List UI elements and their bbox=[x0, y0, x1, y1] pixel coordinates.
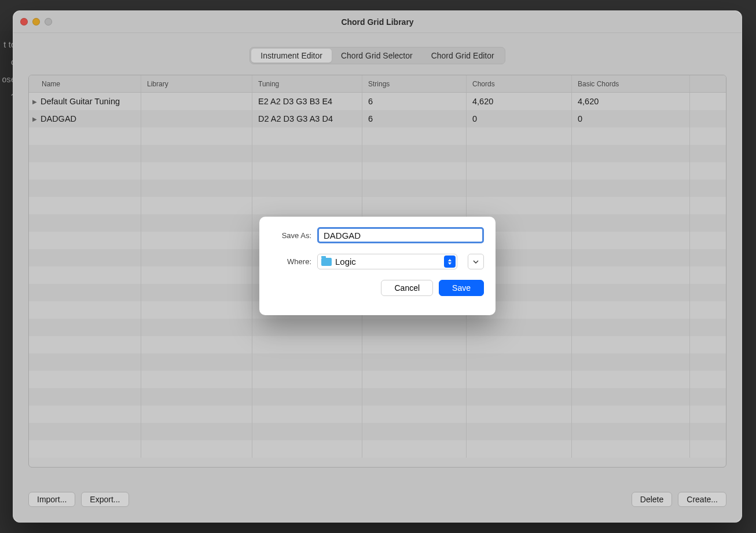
col-tuning[interactable]: Tuning bbox=[252, 75, 362, 92]
table-row bbox=[29, 145, 726, 162]
table-row bbox=[29, 423, 726, 440]
tab-instrument-editor[interactable]: Instrument Editor bbox=[251, 49, 332, 63]
save-as-input[interactable] bbox=[317, 227, 484, 243]
table-row bbox=[29, 319, 726, 336]
tab-chord-grid-selector[interactable]: Chord Grid Selector bbox=[332, 49, 422, 63]
table-row bbox=[29, 388, 726, 406]
table-row bbox=[29, 371, 726, 388]
col-spacer bbox=[690, 75, 726, 92]
where-select[interactable]: Logic bbox=[317, 254, 457, 269]
cancel-button[interactable]: Cancel bbox=[381, 280, 433, 296]
window-title: Chord Grid Library bbox=[341, 17, 413, 27]
cell-library bbox=[141, 93, 252, 110]
tab-chord-grid-editor[interactable]: Chord Grid Editor bbox=[422, 49, 504, 63]
cell-chords: 0 bbox=[467, 110, 572, 127]
where-label: Where: bbox=[271, 257, 311, 266]
table-row[interactable]: ▶Default Guitar Tuning E2 A2 D3 G3 B3 E4… bbox=[29, 93, 726, 110]
cell-library bbox=[141, 110, 252, 127]
tab-segmented-control: Instrument Editor Chord Grid Selector Ch… bbox=[249, 47, 505, 64]
cell-basic: 0 bbox=[572, 110, 690, 127]
cell-tuning: D2 A2 D3 G3 A3 D4 bbox=[252, 110, 362, 127]
import-button[interactable]: Import... bbox=[28, 492, 75, 507]
table-row bbox=[29, 353, 726, 371]
folder-icon bbox=[321, 258, 332, 266]
table-row bbox=[29, 180, 726, 197]
cell-strings: 6 bbox=[362, 93, 467, 110]
table-header: Name Library Tuning Strings Chords Basic… bbox=[29, 75, 726, 93]
cell-basic: 4,620 bbox=[572, 93, 690, 110]
titlebar: Chord Grid Library bbox=[13, 11, 742, 33]
save-button[interactable]: Save bbox=[439, 280, 484, 296]
cell-name: Default Guitar Tuning bbox=[41, 97, 120, 106]
export-button[interactable]: Export... bbox=[81, 492, 129, 507]
col-basic-chords[interactable]: Basic Chords bbox=[572, 75, 690, 92]
zoom-window-button[interactable] bbox=[45, 18, 52, 25]
cell-chords: 4,620 bbox=[467, 93, 572, 110]
table-row bbox=[29, 162, 726, 180]
close-window-button[interactable] bbox=[20, 18, 28, 25]
where-value: Logic bbox=[335, 257, 356, 266]
col-name[interactable]: Name bbox=[29, 75, 141, 92]
delete-button[interactable]: Delete bbox=[632, 492, 672, 507]
save-dialog: Save As: Where: Logic Cancel Save bbox=[259, 217, 496, 315]
table-row bbox=[29, 336, 726, 353]
col-strings[interactable]: Strings bbox=[362, 75, 467, 92]
minimize-window-button[interactable] bbox=[32, 18, 40, 25]
expand-button[interactable] bbox=[468, 254, 484, 269]
cell-strings: 6 bbox=[362, 110, 467, 127]
cell-tuning: E2 A2 D3 G3 B3 E4 bbox=[252, 93, 362, 110]
save-as-label: Save As: bbox=[271, 231, 311, 240]
col-chords[interactable]: Chords bbox=[467, 75, 572, 92]
traffic-lights bbox=[20, 18, 52, 25]
table-row bbox=[29, 127, 726, 145]
chevron-right-icon[interactable]: ▶ bbox=[32, 98, 38, 105]
table-row bbox=[29, 197, 726, 214]
where-stepper-icon[interactable] bbox=[444, 255, 456, 268]
table-row[interactable]: ▶DADGAD D2 A2 D3 G3 A3 D4 6 0 0 bbox=[29, 110, 726, 127]
bottom-toolbar: Import... Export... Delete Create... bbox=[28, 492, 726, 507]
table-row bbox=[29, 406, 726, 423]
col-library[interactable]: Library bbox=[141, 75, 252, 92]
cell-name: DADGAD bbox=[41, 114, 76, 123]
table-row bbox=[29, 440, 726, 458]
chevron-down-icon bbox=[473, 260, 479, 264]
create-button[interactable]: Create... bbox=[678, 492, 726, 507]
chevron-right-icon[interactable]: ▶ bbox=[32, 116, 38, 122]
